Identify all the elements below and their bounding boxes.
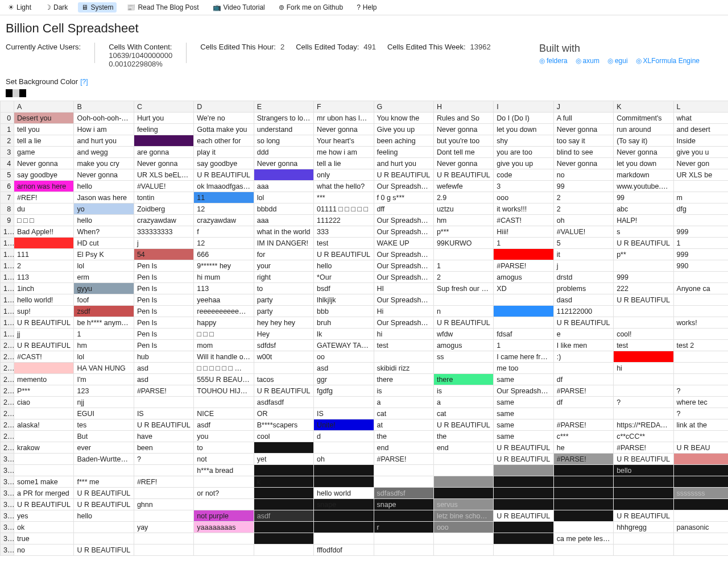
cell-L11[interactable]: 1 [673,238,728,249]
cell-I8[interactable]: it works!!! [494,203,553,215]
row-header[interactable]: 2 [1,135,14,147]
cell-A16[interactable]: hello world! [14,294,74,306]
cell-I7[interactable]: ooo [494,192,553,203]
cell-C11[interactable]: j [134,238,193,249]
cell-F18[interactable]: bruh [314,317,374,329]
cell-E38[interactable] [254,544,313,556]
cell-G1[interactable]: Give you up [374,124,433,135]
cell-G16[interactable]: Our Spreadsheet [374,294,433,306]
cell-F3[interactable]: me how i am [314,147,374,158]
cell-K26[interactable] [614,408,673,419]
cell-B29[interactable]: ever [74,442,134,454]
cell-D26[interactable]: NICE [194,408,254,419]
row-header[interactable]: 30 [1,454,14,465]
cell-B15[interactable]: gyyu [74,283,134,294]
cell-E29[interactable] [254,442,313,454]
cell-F25[interactable] [314,397,374,408]
cell-D8[interactable]: 12 [194,203,254,215]
cell-J7[interactable]: 2 [553,192,613,203]
cell-L37[interactable] [673,533,728,544]
cell-I13[interactable]: #PARSE! [494,260,553,272]
row-header[interactable]: 5 [1,169,14,181]
cell-B20[interactable]: hm [74,340,134,351]
help-button[interactable]: ?Help [353,2,380,13]
cell-F23[interactable]: ggr [314,374,374,385]
cell-B18[interactable]: be h**** anymore [74,317,134,329]
row-header[interactable]: 27 [1,419,14,431]
cell-D3[interactable]: play it [194,147,254,158]
cell-A27[interactable]: alaska! [14,419,74,431]
cell-A29[interactable]: krakow [14,442,74,454]
cell-C24[interactable]: #PARSE! [134,385,193,397]
row-header[interactable]: 20 [1,340,14,351]
cell-J35[interactable] [553,510,613,522]
row-header[interactable]: 37 [1,533,14,544]
cell-I28[interactable]: same [494,431,553,442]
cell-K17[interactable] [614,306,673,317]
cell-C9[interactable]: crazyawdaw [134,215,193,226]
cell-F35[interactable] [314,510,374,522]
cell-I11[interactable]: 1 [494,238,553,249]
cell-D31[interactable]: h***a bread [194,465,254,476]
cell-E22[interactable] [254,363,313,374]
cell-E10[interactable]: what in the world [254,226,313,238]
cell-C2[interactable] [134,135,193,147]
theme-dark-button[interactable]: ☽Dark [42,2,71,13]
cell-G7[interactable]: f 0 g s*** [374,192,433,203]
cell-C29[interactable]: been [134,442,193,454]
cell-G32[interactable] [374,476,433,488]
cell-B26[interactable]: EGUI [74,408,134,419]
cell-C15[interactable]: Pen Is [134,283,193,294]
cell-D12[interactable]: 666 [194,249,254,260]
cell-B9[interactable]: hello [74,215,134,226]
cell-G2[interactable]: been aching [374,135,433,147]
cell-C34[interactable]: ghnn [134,499,193,510]
row-header[interactable]: 21 [1,351,14,363]
cell-G24[interactable]: is [374,385,433,397]
cell-A25[interactable]: ciao [14,397,74,408]
cell-G9[interactable]: Our Spreadsheet [374,215,433,226]
cell-A26[interactable] [14,408,74,419]
cell-J29[interactable]: he [553,442,613,454]
cell-L27[interactable]: link at the [673,419,728,431]
cell-K11[interactable]: U R BEAUTIFUL [614,238,673,249]
cell-A10[interactable]: Bad Apple!! [14,226,74,238]
cell-F6[interactable]: what the hello? [314,181,374,192]
cell-F14[interactable]: *Our [314,272,374,283]
cell-G21[interactable] [374,351,433,363]
cell-K23[interactable] [614,374,673,385]
cell-K30[interactable]: U R BEAUTIFUL [614,454,673,465]
cell-J9[interactable]: oh [553,215,613,226]
cell-I23[interactable]: same [494,374,553,385]
cell-K3[interactable]: Never gonna [614,147,673,158]
row-header[interactable]: 1 [1,124,14,135]
cell-K12[interactable]: p** [614,249,673,260]
cell-D15[interactable]: 113 [194,283,254,294]
cell-D5[interactable]: U R BEAUTIFUL [194,169,254,181]
cell-A30[interactable] [14,454,74,465]
cell-L38[interactable] [673,544,728,556]
cell-C31[interactable] [134,465,193,476]
cell-H1[interactable]: Never gonna [433,124,493,135]
cell-F31[interactable] [314,465,374,476]
cell-G18[interactable]: Our Spreadsheet [374,317,433,329]
cell-B4[interactable]: make you cry [74,158,134,169]
cell-I1[interactable]: let you down [494,124,553,135]
cell-C23[interactable]: asd [134,374,193,385]
cell-E36[interactable] [254,522,313,533]
cell-H24[interactable]: is [433,385,493,397]
cell-E2[interactable]: so long [254,135,313,147]
cell-B28[interactable]: But [74,431,134,442]
cell-C21[interactable]: hub [134,351,193,363]
cell-G5[interactable]: U R BEAUTIFUL [374,169,433,181]
cell-A2[interactable]: tell a lie [14,135,74,147]
cell-L24[interactable]: ? [673,385,728,397]
cell-H35[interactable]: letz bine scho… [433,510,493,522]
cell-K0[interactable]: Commitment's [614,113,673,124]
column-header-H[interactable]: H [433,101,493,113]
cell-B19[interactable]: 1 [74,329,134,340]
cell-E4[interactable]: Never gonna [254,158,313,169]
cell-B8[interactable]: yo [74,203,134,215]
cell-I6[interactable]: 3 [494,181,553,192]
cell-L34[interactable] [673,499,728,510]
